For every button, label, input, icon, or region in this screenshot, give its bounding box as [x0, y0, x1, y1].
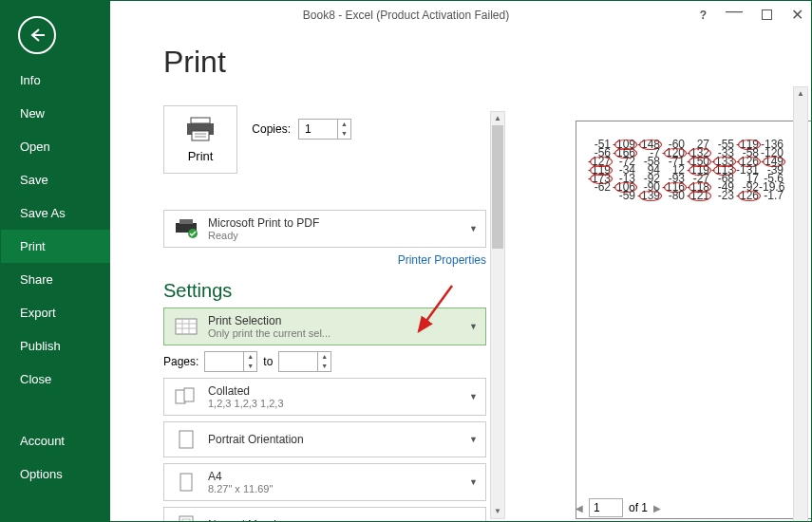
collation-main: Collated: [208, 384, 463, 398]
scroll-up-icon[interactable]: ▲: [794, 87, 807, 101]
svg-rect-14: [184, 388, 194, 401]
close-button[interactable]: ✕: [791, 6, 803, 24]
collation-select[interactable]: Collated1,2,3 1,2,3 1,2,3 ▼: [163, 378, 486, 416]
margins-main: Normal Margins: [208, 518, 463, 522]
sidebar-item-save-as[interactable]: Save As: [1, 196, 110, 230]
pages-to-input[interactable]: [279, 352, 317, 371]
main-panel: Print Print Copies: ▲▼ Printer Microsoft…: [110, 29, 811, 521]
print-preview: -51-109-148-6027-55-119-136-56-166-7-120…: [576, 121, 812, 519]
copies-up[interactable]: ▲: [338, 120, 350, 129]
print-button[interactable]: Print: [163, 105, 237, 174]
svg-rect-0: [191, 118, 210, 123]
sidebar-item-account[interactable]: Account: [1, 424, 110, 457]
window-controls: ? — ✕: [700, 5, 803, 25]
prev-page-button[interactable]: ◀: [576, 503, 583, 513]
preview-cell: -121: [685, 192, 709, 200]
orientation-select[interactable]: Portrait Orientation ▼: [163, 421, 486, 457]
sidebar-item-save[interactable]: Save: [1, 163, 110, 196]
preview-cell: -62: [586, 183, 611, 192]
preview-cell: -139: [635, 192, 660, 200]
printer-properties-link[interactable]: Printer Properties: [163, 253, 486, 267]
maximize-button[interactable]: [762, 9, 772, 20]
page-navigator: ◀ of 1 ▶: [576, 498, 661, 517]
printer-icon: [172, 217, 200, 240]
backstage-sidebar: InfoNewOpenSaveSave AsPrintShareExportPu…: [1, 1, 110, 521]
window-title: Book8 - Excel (Product Activation Failed…: [303, 9, 509, 22]
chevron-down-icon: ▼: [469, 392, 478, 401]
svg-rect-8: [176, 319, 197, 334]
right-scrollbar[interactable]: ▲ ▼: [793, 86, 808, 522]
sidebar-item-share[interactable]: Share: [1, 263, 110, 296]
printer-name: Microsoft Print to PDF: [208, 216, 463, 230]
svg-rect-6: [179, 219, 193, 224]
print-area-main: Print Selection: [208, 314, 463, 327]
portrait-icon: [172, 428, 200, 451]
sidebar-item-publish[interactable]: Publish: [1, 329, 110, 363]
margins-select[interactable]: Normal Margins ▼: [163, 507, 486, 522]
chevron-down-icon: ▼: [469, 435, 478, 444]
scroll-down-icon[interactable]: ▼: [491, 505, 504, 518]
sidebar-item-info[interactable]: Info: [1, 64, 110, 97]
copies-spinner[interactable]: ▲▼: [298, 119, 351, 140]
page-total: of 1: [629, 501, 648, 514]
margins-icon: [172, 513, 200, 522]
help-button[interactable]: ?: [700, 9, 707, 22]
svg-rect-2: [192, 131, 209, 140]
scroll-up-icon[interactable]: ▲: [491, 112, 504, 125]
pages-from-spinner[interactable]: ▲▼: [204, 351, 257, 372]
preview-cell: -23: [709, 192, 734, 200]
copies-down[interactable]: ▼: [338, 129, 350, 139]
collation-sub: 1,2,3 1,2,3 1,2,3: [208, 398, 463, 409]
copies-input[interactable]: [299, 120, 337, 139]
sidebar-item-export[interactable]: Export: [1, 296, 110, 329]
scrollbar-thumb[interactable]: [492, 125, 503, 249]
next-page-button[interactable]: ▶: [653, 503, 661, 513]
page-title: Print: [110, 29, 811, 89]
pages-to-spinner[interactable]: ▲▼: [278, 351, 331, 372]
print-area-select[interactable]: Print SelectionOnly print the current se…: [163, 308, 486, 345]
preview-cell: -59: [611, 192, 635, 200]
sidebar-item-options[interactable]: Options: [1, 457, 110, 491]
sidebar-item-print[interactable]: Print: [1, 230, 110, 263]
back-button[interactable]: [18, 16, 56, 54]
copies-label: Copies:: [252, 122, 291, 136]
settings-scrollbar[interactable]: ▲ ▼: [490, 111, 505, 519]
printer-section-header: Printer: [163, 191, 486, 204]
preview-cell: -126: [734, 192, 759, 200]
minimize-button[interactable]: —: [726, 1, 743, 21]
page-icon: [172, 471, 200, 494]
sidebar-item-close[interactable]: Close: [1, 363, 110, 396]
paper-sub: 8.27" x 11.69": [208, 483, 463, 494]
sheet-icon: [172, 315, 200, 338]
chevron-down-icon: ▼: [469, 224, 478, 233]
orientation-main: Portrait Orientation: [208, 433, 463, 446]
printer-status: Ready: [208, 230, 463, 241]
chevron-down-icon: ▼: [469, 477, 478, 487]
print-button-label: Print: [183, 149, 217, 163]
svg-rect-15: [179, 431, 193, 448]
chevron-down-icon: ▼: [469, 322, 478, 331]
pages-label: Pages:: [163, 355, 198, 368]
pages-from-input[interactable]: [205, 352, 243, 371]
current-page-input[interactable]: [589, 498, 623, 517]
sidebar-item-open[interactable]: Open: [1, 130, 110, 163]
paper-size-select[interactable]: A48.27" x 11.69" ▼: [163, 463, 486, 501]
settings-section-header: Settings: [163, 280, 486, 302]
preview-cell: -1.7: [759, 192, 784, 200]
svg-rect-16: [180, 474, 192, 491]
sidebar-item-new[interactable]: New: [1, 97, 110, 130]
preview-cell: -80: [660, 192, 685, 200]
print-area-sub: Only print the current sel...: [208, 327, 463, 339]
printer-select[interactable]: Microsoft Print to PDFReady ▼: [163, 210, 486, 248]
title-bar: Book8 - Excel (Product Activation Failed…: [1, 1, 811, 29]
paper-main: A4: [208, 470, 463, 483]
collated-icon: [172, 385, 200, 408]
pages-to-label: to: [263, 355, 273, 368]
